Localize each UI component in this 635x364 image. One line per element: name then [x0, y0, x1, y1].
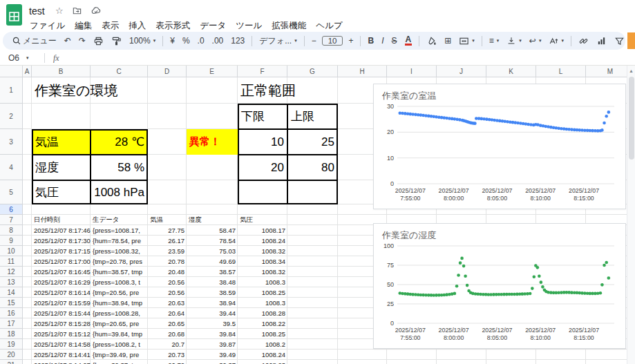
cell-G10[interactable] — [287, 246, 338, 256]
cell-A4[interactable] — [23, 155, 32, 180]
cell-content-C13[interactable]: {press=1008.3, t — [91, 277, 148, 287]
cell-H20[interactable] — [338, 349, 387, 360]
cell-A18[interactable] — [23, 329, 32, 339]
cell-E2[interactable] — [187, 104, 238, 129]
row-header-12[interactable]: 12 — [0, 267, 23, 277]
cell-content-C4[interactable]: 58 % — [91, 155, 148, 180]
cell-content-F20[interactable]: 1008.24 — [238, 349, 287, 360]
format-currency-button[interactable]: ¥ — [167, 35, 178, 47]
cell-content-B21[interactable]: 2025/12/07 8:14:27 — [32, 360, 91, 364]
cell-G8[interactable] — [287, 225, 338, 236]
zoom-select[interactable]: 100% ▾ — [126, 35, 159, 47]
cell-content-F4[interactable]: 20 — [238, 155, 287, 180]
cell-D4[interactable] — [148, 155, 187, 180]
font-size-increase-button[interactable]: + — [345, 35, 357, 47]
cell-A14[interactable] — [23, 287, 32, 298]
cell-H21[interactable] — [338, 360, 387, 364]
cell-I20[interactable] — [387, 349, 437, 360]
column-header-D[interactable]: D — [148, 66, 187, 77]
cell-C6[interactable] — [91, 204, 148, 215]
cell-content-B11[interactable]: 2025/12/07 8:17:00 — [32, 256, 91, 267]
cell-content-E21[interactable]: 39.37 — [187, 360, 238, 364]
cell-A17[interactable] — [23, 318, 32, 329]
cell-content-E11[interactable]: 49.69 — [187, 256, 238, 267]
cell-A3[interactable] — [23, 129, 32, 155]
cell-content-B13[interactable]: 2025/12/07 8:16:29 — [32, 277, 91, 287]
cell-G18[interactable] — [287, 329, 338, 339]
column-header-J[interactable]: J — [437, 66, 486, 77]
cell-content-F9[interactable]: 1008.24 — [238, 236, 287, 246]
cell-content-B9[interactable]: 2025/12/07 8:17:30 — [32, 236, 91, 246]
cell-content-E19[interactable]: 39.87 — [187, 339, 238, 349]
row-header-10[interactable]: 10 — [0, 246, 23, 256]
move-folder-icon[interactable] — [72, 6, 82, 16]
log-header-B[interactable]: 日付時刻 — [32, 215, 91, 225]
cell-content-B1[interactable]: 作業室の環境 — [32, 77, 120, 104]
column-header-E[interactable]: E — [187, 66, 238, 77]
menu-extensions[interactable]: 拡張機能 — [267, 19, 311, 33]
column-header-I[interactable]: I — [387, 66, 437, 77]
room-humidity-chart[interactable]: 作業室の湿度 02550751002025/12/077:55:002025/1… — [373, 223, 626, 349]
cell-content-C17[interactable]: {tmp=20.65, pre — [91, 318, 148, 329]
cell-content-E10[interactable]: 75.03 — [187, 246, 238, 256]
menu-view[interactable]: 表示 — [97, 19, 124, 33]
decrease-decimal-button[interactable]: .0 — [194, 35, 208, 47]
cell-content-G4[interactable]: 80 — [287, 155, 338, 180]
vertical-scrollbar[interactable]: ▲ — [627, 66, 635, 364]
cell-E4[interactable] — [187, 155, 238, 180]
cell-D3[interactable] — [148, 129, 187, 155]
cell-content-C18[interactable]: {hum=39.84, tmp — [91, 329, 148, 339]
cell-G16[interactable] — [287, 308, 338, 318]
cell-content-B16[interactable]: 2025/12/07 8:15:44 — [32, 308, 91, 318]
cell-content-B19[interactable]: 2025/12/07 8:14:58 — [32, 339, 91, 349]
cell-G14[interactable] — [287, 287, 338, 298]
cell-content-F19[interactable]: 1008.2 — [238, 339, 287, 349]
row-header-21[interactable]: 21 — [0, 360, 23, 364]
cell-A16[interactable] — [23, 308, 32, 318]
cell-L20[interactable] — [536, 349, 586, 360]
cell-content-E18[interactable]: 39.84 — [187, 329, 238, 339]
cell-content-D21[interactable]: 20.72 — [148, 360, 187, 364]
cell-content-E14[interactable]: 38.59 — [187, 287, 238, 298]
cell-G12[interactable] — [287, 267, 338, 277]
cell-A6[interactable] — [23, 204, 32, 215]
cell-A7[interactable] — [23, 215, 32, 225]
cell-content-E20[interactable]: 39.49 — [187, 349, 238, 360]
cell-content-D11[interactable]: 20.78 — [148, 256, 187, 267]
cell-A8[interactable] — [23, 225, 32, 236]
undo-button[interactable]: ↶ — [61, 35, 75, 47]
row-header-5[interactable]: 5 — [0, 180, 23, 204]
cell-content-E15[interactable]: 38.94 — [187, 298, 238, 308]
font-size-decrease-button[interactable]: − — [308, 35, 320, 47]
cell-A13[interactable] — [23, 277, 32, 287]
cell-content-B15[interactable]: 2025/12/07 8:15:59 — [32, 298, 91, 308]
cell-content-G3[interactable]: 25 — [287, 129, 338, 155]
column-header-C[interactable]: C — [91, 66, 148, 77]
cell-G7[interactable] — [287, 215, 338, 225]
cell-content-C11[interactable]: {tmp=20.78, pres — [91, 256, 148, 267]
cell-A9[interactable] — [23, 236, 32, 246]
cell-content-C5[interactable]: 1008 hPa — [91, 180, 148, 204]
cell-G19[interactable] — [287, 339, 338, 349]
cell-content-D9[interactable]: 26.17 — [148, 236, 187, 246]
text-wrap-button[interactable]: ↩ ▾ — [526, 35, 545, 47]
cell-B6[interactable] — [32, 204, 91, 215]
row-header-1[interactable]: 1 — [0, 77, 23, 104]
search-menus-button[interactable]: メニュー — [8, 34, 60, 48]
cell-A1[interactable] — [23, 77, 32, 104]
cell-J21[interactable] — [437, 360, 486, 364]
borders-button[interactable]: ⊞ — [441, 35, 455, 47]
cell-D5[interactable] — [148, 180, 187, 204]
cell-content-D20[interactable]: 20.73 — [148, 349, 187, 360]
cell-content-F1[interactable]: 正常範囲 — [238, 77, 298, 104]
cell-content-D10[interactable]: 23.59 — [148, 246, 187, 256]
log-header-F[interactable]: 気圧 — [238, 215, 287, 225]
menu-insert[interactable]: 挿入 — [124, 19, 151, 33]
cell-content-C16[interactable]: {press=1008.28, — [91, 308, 148, 318]
row-header-16[interactable]: 16 — [0, 308, 23, 318]
row-header-14[interactable]: 14 — [0, 287, 23, 298]
cell-E5[interactable] — [187, 180, 238, 204]
menu-edit[interactable]: 編集 — [70, 19, 97, 33]
cell-content-F8[interactable]: 1008.17 — [238, 225, 287, 236]
cell-E6[interactable] — [187, 204, 238, 215]
